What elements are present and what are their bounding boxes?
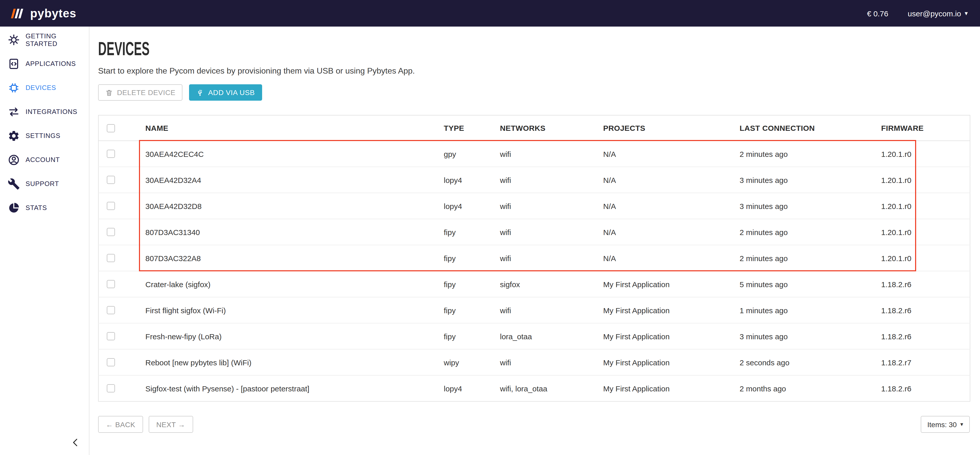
sidebar-nav: GETTING STARTED APPLICATIONS DEVICES INT… [0,28,89,220]
sidebar-item-settings[interactable]: SETTINGS [0,124,89,148]
device-last-connection: 5 minutes ago [733,271,875,297]
pagination-buttons: ← BACK NEXT → [98,416,193,433]
pie-chart-icon [8,202,20,214]
account-balance: € 0.76 [867,9,888,18]
sidebar-item-devices[interactable]: DEVICES [0,76,89,100]
device-last-connection: 3 minutes ago [733,193,875,219]
applications-icon [8,57,20,70]
device-networks: wifi [494,245,597,271]
caret-down-icon: ▾ [965,10,968,16]
device-firmware: 1.18.2.r6 [875,271,970,297]
device-projects: My First Application [597,375,733,401]
device-firmware: 1.18.2.r7 [875,349,970,375]
device-name: First flight sigfox (Wi-Fi) [139,297,438,323]
row-checkbox[interactable] [107,176,115,184]
device-networks: wifi [494,349,597,375]
device-networks: sigfox [494,271,597,297]
next-button[interactable]: NEXT → [149,416,193,433]
device-type: gpy [438,141,494,167]
device-type: wipy [438,349,494,375]
pagination: ← BACK NEXT → Items: 30 ▾ [98,416,970,433]
device-networks: wifi [494,141,597,167]
row-checkbox[interactable] [107,280,115,288]
device-type: fipy [438,323,494,349]
usb-icon [196,89,204,96]
device-name: Crater-lake (sigfox) [139,271,438,297]
device-name: 807D3AC31340 [139,219,438,245]
device-name: 30AEA42D32A4 [139,167,438,193]
col-header-type: TYPE [438,115,494,141]
device-table: NAME TYPE NETWORKS PROJECTS LAST CONNECT… [98,115,970,402]
device-row: Sigfox-test (with Pysense) - [pastoor pe… [99,375,970,401]
device-row: Crater-lake (sigfox) fipy sigfox My Firs… [99,271,970,297]
row-checkbox[interactable] [107,254,115,262]
device-type: lopy4 [438,193,494,219]
trash-icon [105,89,113,96]
col-header-name: NAME [139,115,438,141]
row-checkbox[interactable] [107,228,115,236]
device-last-connection: 2 seconds ago [733,349,875,375]
app: pybytes € 0.76 user@pycom.io ▾ GETTING S… [0,0,980,455]
device-networks: wifi, lora_otaa [494,375,597,401]
device-networks: wifi [494,219,597,245]
device-name: Reboot [new pybytes lib] (WiFi) [139,349,438,375]
delete-device-button[interactable]: DELETE DEVICE [98,84,183,101]
row-checkbox[interactable] [107,202,115,210]
device-row: First flight sigfox (Wi-Fi) fipy wifi My… [99,297,970,323]
user-email: user@pycom.io [908,9,961,18]
page-subtitle: Start to explore the Pycom devices by pr… [98,67,970,76]
gear-outline-icon [8,33,20,46]
row-checkbox[interactable] [107,150,115,158]
pybytes-home-link[interactable]: pybytes [10,6,76,20]
device-firmware: 1.20.1.r0 [875,141,970,167]
device-type: lopy4 [438,375,494,401]
main-content: DEVICES Start to explore the Pycom devic… [89,27,980,455]
table-header-row: NAME TYPE NETWORKS PROJECTS LAST CONNECT… [99,115,970,141]
sidebar: GETTING STARTED APPLICATIONS DEVICES INT… [0,27,89,455]
device-type: lopy4 [438,167,494,193]
integrations-icon [8,105,20,118]
device-type: fipy [438,219,494,245]
sidebar-collapse-button[interactable] [70,437,82,449]
device-firmware: 1.20.1.r0 [875,193,970,219]
device-last-connection: 2 minutes ago [733,141,875,167]
shell: GETTING STARTED APPLICATIONS DEVICES INT… [0,27,980,455]
page-title: DEVICES [98,39,150,58]
wrench-icon [8,178,20,190]
toolbar: DELETE DEVICE ADD VIA USB [98,84,970,101]
sidebar-item-support[interactable]: SUPPORT [0,172,89,196]
sidebar-item-integrations[interactable]: INTEGRATIONS [0,100,89,124]
device-row: Reboot [new pybytes lib] (WiFi) wipy wif… [99,349,970,375]
row-checkbox[interactable] [107,306,115,314]
device-last-connection: 1 minutes ago [733,297,875,323]
row-checkbox[interactable] [107,332,115,340]
sidebar-item-stats[interactable]: STATS [0,196,89,220]
device-firmware: 1.18.2.r6 [875,323,970,349]
device-projects: N/A [597,141,733,167]
device-row: 30AEA42CEC4C gpy wifi N/A 2 minutes ago … [99,141,970,167]
col-header-firmware: FIRMWARE [875,115,970,141]
device-projects: My First Application [597,349,733,375]
row-checkbox[interactable] [107,384,115,392]
items-per-page-button[interactable]: Items: 30 ▾ [921,416,970,433]
device-projects: My First Application [597,271,733,297]
pybytes-logo-icon [10,7,25,20]
device-last-connection: 2 months ago [733,375,875,401]
user-menu[interactable]: user@pycom.io ▾ [908,9,968,18]
add-via-usb-button[interactable]: ADD VIA USB [189,84,262,101]
delete-device-label: DELETE DEVICE [117,88,175,97]
sidebar-item-getting-started[interactable]: GETTING STARTED [0,28,89,52]
add-via-usb-label: ADD VIA USB [208,88,255,97]
device-type: fipy [438,297,494,323]
device-name: Fresh-new-fipy (LoRa) [139,323,438,349]
device-networks: wifi [494,167,597,193]
sidebar-item-account[interactable]: ACCOUNT [0,148,89,172]
sidebar-item-applications[interactable]: APPLICATIONS [0,52,89,76]
device-row: 807D3AC322A8 fipy wifi N/A 2 minutes ago… [99,245,970,271]
device-last-connection: 2 minutes ago [733,245,875,271]
row-checkbox[interactable] [107,358,115,366]
select-all-checkbox[interactable] [107,124,115,132]
back-button[interactable]: ← BACK [98,416,143,433]
device-projects: My First Application [597,297,733,323]
device-networks: wifi [494,193,597,219]
